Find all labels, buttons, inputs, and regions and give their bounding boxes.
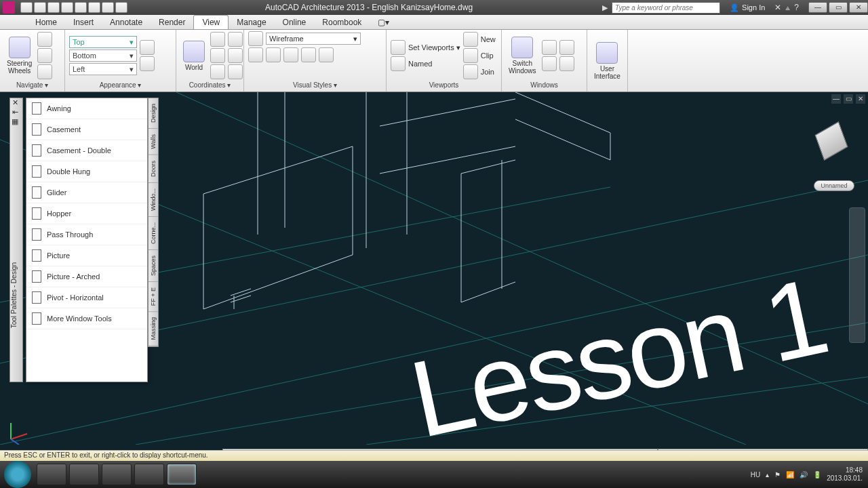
- autodesk-icon[interactable]: ⟁: [785, 3, 790, 12]
- viewcube[interactable]: [812, 123, 850, 161]
- panel-windows-label[interactable]: Windows: [506, 80, 583, 90]
- help-icon[interactable]: ?: [794, 3, 799, 12]
- new-viewport-button[interactable]: New: [463, 32, 496, 47]
- regen-icon[interactable]: [140, 40, 155, 55]
- panel-navigate-label[interactable]: Navigate ▾: [4, 80, 60, 90]
- ptab-walls[interactable]: Walls: [149, 129, 158, 155]
- light-icon[interactable]: [283, 47, 298, 62]
- qat-play-icon[interactable]: [115, 2, 127, 13]
- taskbar-media-icon[interactable]: [69, 464, 99, 485]
- panel-visual-label[interactable]: Visual Styles ▾: [248, 80, 382, 90]
- viewcube-view-button[interactable]: Unnamed: [814, 180, 854, 191]
- navigation-bar[interactable]: [849, 207, 865, 343]
- app-logo[interactable]: [3, 1, 15, 14]
- clock[interactable]: 18:48 2013.03.01.: [827, 466, 863, 483]
- palette-item-casement[interactable]: Casement: [26, 119, 147, 140]
- ucs-icon-6[interactable]: [228, 64, 243, 79]
- zoom-extents-icon[interactable]: [37, 64, 52, 79]
- exchange-icon[interactable]: ✕: [774, 3, 781, 12]
- taskbar-reader-icon[interactable]: [134, 464, 164, 485]
- panel-appearance-label[interactable]: Appearance ▾: [69, 80, 172, 90]
- cascade-icon[interactable]: [559, 40, 574, 55]
- palette-item-casement-double[interactable]: Casement - Double: [26, 140, 147, 161]
- palette-props-icon[interactable]: ▦: [10, 117, 20, 127]
- palette-close-icon[interactable]: ✕: [10, 98, 20, 108]
- ucs-icon-4[interactable]: [228, 32, 243, 47]
- palette-item-pass-through[interactable]: Pass Through: [26, 224, 147, 245]
- set-viewports-button[interactable]: Set Viewports ▾: [391, 40, 460, 55]
- palette-item-more[interactable]: More Window Tools: [26, 308, 147, 329]
- tab-insert[interactable]: Insert: [65, 16, 102, 29]
- user-interface-button[interactable]: User Interface: [591, 41, 623, 81]
- tab-roombook[interactable]: Roombook: [314, 16, 370, 29]
- qat-more-icon[interactable]: [102, 2, 114, 13]
- ucs-icon-1[interactable]: [210, 32, 225, 47]
- regen-all-icon[interactable]: [140, 56, 155, 71]
- palette-item-double-hung[interactable]: Double Hung: [26, 161, 147, 182]
- viewport-close-button[interactable]: ✕: [856, 94, 865, 104]
- ptab-corner[interactable]: Corne...: [149, 217, 158, 250]
- view-left-combo[interactable]: Left▾: [69, 63, 137, 75]
- tab-home[interactable]: Home: [27, 16, 65, 29]
- clip-viewport-button[interactable]: Clip: [463, 48, 496, 63]
- minimize-button[interactable]: —: [808, 2, 827, 13]
- qat-new-icon[interactable]: [20, 2, 33, 13]
- ptab-doors[interactable]: Doors: [149, 155, 158, 183]
- view-bottom-combo[interactable]: Bottom▾: [69, 49, 137, 62]
- start-button[interactable]: [4, 461, 31, 488]
- qat-redo-icon[interactable]: [88, 2, 100, 13]
- orbit-icon[interactable]: [37, 48, 52, 63]
- steering-wheels-button[interactable]: Steering Wheels: [4, 35, 35, 76]
- ptab-ffe[interactable]: FF + E: [149, 282, 158, 312]
- tray-network-icon[interactable]: 📶: [786, 471, 794, 479]
- tile-h-icon[interactable]: [542, 40, 557, 55]
- ptab-design[interactable]: Design: [149, 98, 158, 129]
- palette-item-pivot-h[interactable]: Pivot - Horizontal: [26, 287, 147, 308]
- tool-palette-bar[interactable]: ✕ ⇤ ▦ Tool Palettes - Design: [9, 98, 23, 382]
- taskbar-autocad-icon[interactable]: [167, 464, 197, 485]
- palette-autohide-icon[interactable]: ⇤: [10, 108, 20, 117]
- tab-render[interactable]: Render: [151, 16, 193, 29]
- close-button[interactable]: ✕: [849, 2, 868, 13]
- tray-up-icon[interactable]: ▴: [766, 471, 769, 479]
- qat-undo-icon[interactable]: [75, 2, 87, 13]
- palette-item-picture[interactable]: Picture: [26, 245, 147, 266]
- panel-coordinates-label[interactable]: Coordinates ▾: [180, 80, 239, 90]
- world-ucs-button[interactable]: World: [180, 39, 208, 73]
- viewport-minimize-button[interactable]: —: [831, 94, 841, 104]
- infocenter-search[interactable]: [612, 2, 720, 14]
- palette-item-awning[interactable]: Awning: [26, 98, 147, 119]
- ptab-spaces[interactable]: Spaces: [149, 250, 158, 282]
- ucs-icon-2[interactable]: [210, 48, 225, 63]
- pan-icon[interactable]: [37, 32, 52, 47]
- shadow-icon[interactable]: [266, 47, 281, 62]
- drawing-viewport[interactable]: — ▭ ✕ ✕ ⇤ ▦ Tool Palettes - Design Awnin…: [0, 92, 868, 461]
- ptab-massing[interactable]: Massing: [149, 312, 158, 346]
- view-icon-1[interactable]: [248, 47, 263, 62]
- viewport-maximize-button[interactable]: ▭: [844, 94, 853, 104]
- taskbar-explorer-icon[interactable]: [102, 464, 132, 485]
- visual-style-combo[interactable]: Wireframe▾: [266, 33, 361, 45]
- tab-online[interactable]: Online: [275, 16, 315, 29]
- lang-indicator[interactable]: HU: [751, 471, 760, 479]
- ucs-icon-3[interactable]: [210, 64, 225, 79]
- taskbar-chrome-icon[interactable]: [37, 464, 66, 485]
- tab-annotate[interactable]: Annotate: [102, 16, 151, 29]
- tray-flag-icon[interactable]: ⚑: [774, 471, 781, 479]
- palette-item-hopper[interactable]: Hopper: [26, 203, 147, 224]
- ucs-icon-5[interactable]: [228, 48, 243, 63]
- tray-battery-icon[interactable]: 🔋: [813, 471, 821, 479]
- qat-open-icon[interactable]: [34, 2, 46, 13]
- tab-extra-icon[interactable]: ▢▾: [370, 16, 397, 29]
- named-viewports-button[interactable]: Named: [391, 56, 460, 71]
- tray-volume-icon[interactable]: 🔊: [800, 471, 808, 479]
- ptab-windows[interactable]: Windo...: [149, 183, 158, 217]
- tab-manage[interactable]: Manage: [229, 16, 274, 29]
- join-viewport-button[interactable]: Join: [463, 64, 496, 79]
- material-icon[interactable]: [301, 47, 316, 62]
- tab-view[interactable]: View: [193, 15, 229, 29]
- texture-icon[interactable]: [319, 47, 334, 62]
- palette-item-picture-arched[interactable]: Picture - Arched: [26, 266, 147, 287]
- palette-item-glider[interactable]: Glider: [26, 182, 147, 203]
- arrange-icon[interactable]: [559, 56, 574, 71]
